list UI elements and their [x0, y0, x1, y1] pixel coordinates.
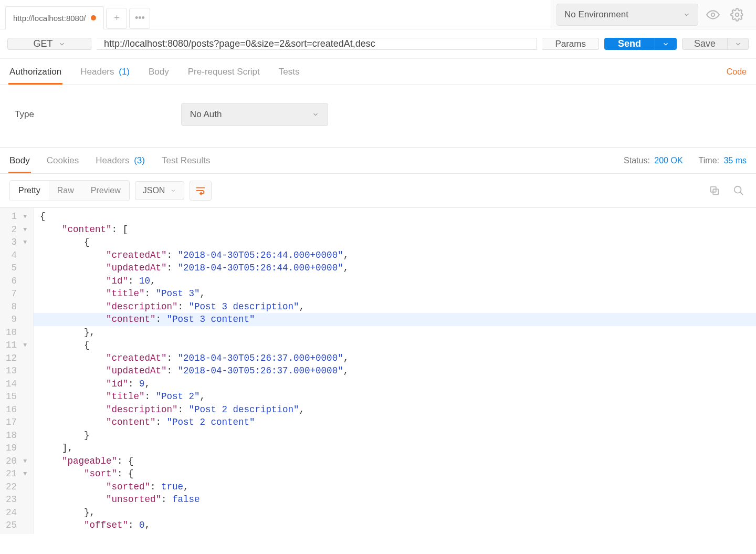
tab-prerequest[interactable]: Pre-request Script [188, 67, 260, 77]
chevron-down-icon [683, 11, 690, 18]
tab-strip: http://localhost:8080/ + ••• [0, 0, 551, 29]
request-tabs: Authorization Headers (1) Body Pre-reque… [0, 59, 756, 85]
auth-panel: Type No Auth [0, 85, 756, 148]
send-group: Send [604, 38, 677, 50]
format-value: JSON [143, 186, 165, 195]
resp-tab-testresults[interactable]: Test Results [162, 155, 211, 166]
chevron-down-icon [312, 111, 319, 118]
status-label: Status: [624, 156, 650, 165]
format-select[interactable]: JSON [135, 181, 185, 200]
auth-type-value: No Auth [190, 109, 222, 120]
view-pretty[interactable]: Pretty [10, 181, 49, 201]
resp-headers-count: (3) [134, 155, 145, 165]
svg-point-1 [736, 13, 739, 16]
tab-body[interactable]: Body [149, 67, 169, 77]
response-tabs: Body Cookies Headers (3) Test Results St… [0, 148, 756, 174]
response-code[interactable]: { "content": [ { "createdAt": "2018-04-3… [34, 208, 756, 534]
send-button[interactable]: Send [604, 38, 655, 50]
tab-authorization[interactable]: Authorization [9, 67, 61, 77]
save-dropdown[interactable] [728, 38, 749, 50]
http-method-value: GET [33, 38, 52, 49]
settings-button[interactable] [728, 5, 747, 24]
send-label: Send [618, 38, 641, 49]
top-bar: http://localhost:8080/ + ••• No Environm… [0, 0, 756, 29]
line-number-gutter: 1 ▾2 ▾3 ▾4 5 6 7 8 9 10 11 ▾12 13 14 15 … [0, 208, 34, 534]
wrap-icon [195, 185, 206, 196]
resp-tab-headers[interactable]: Headers (3) [96, 155, 145, 166]
request-builder: GET Params Send Save [0, 29, 756, 59]
chevron-down-icon [170, 187, 176, 194]
copy-icon [709, 185, 720, 196]
view-preview[interactable]: Preview [82, 181, 129, 201]
search-button[interactable] [731, 183, 747, 198]
view-raw[interactable]: Raw [49, 181, 82, 201]
copy-button[interactable] [707, 183, 722, 198]
gear-icon [730, 8, 744, 22]
auth-type-label: Type [15, 109, 34, 120]
resp-tab-headers-label: Headers [96, 155, 129, 165]
params-button[interactable]: Params [542, 38, 599, 50]
http-method-select[interactable]: GET [7, 38, 91, 50]
save-group: Save [682, 38, 749, 50]
view-mode-segment: Pretty Raw Preview [9, 180, 130, 201]
ellipsis-icon: ••• [135, 13, 145, 24]
chevron-down-icon [662, 40, 669, 48]
wrap-button[interactable] [190, 181, 212, 201]
request-tab-title: http://localhost:8080/ [13, 14, 86, 23]
time-field: Time: 35 ms [699, 156, 747, 165]
tab-tests[interactable]: Tests [279, 67, 300, 77]
quicklook-button[interactable] [704, 5, 722, 24]
status-value: 200 OK [654, 156, 682, 165]
new-tab-button[interactable]: + [106, 8, 127, 29]
params-label: Params [555, 39, 586, 49]
request-tab[interactable]: http://localhost:8080/ [5, 6, 104, 29]
save-label: Save [694, 38, 716, 49]
code-link[interactable]: Code [727, 67, 747, 77]
svg-point-5 [734, 186, 741, 193]
resp-tab-cookies[interactable]: Cookies [47, 155, 79, 166]
environment-value: No Environment [564, 9, 628, 20]
environment-select[interactable]: No Environment [556, 4, 698, 26]
tab-headers-label: Headers [80, 67, 114, 77]
status-field: Status: 200 OK [624, 156, 683, 165]
tab-overflow-button[interactable]: ••• [129, 8, 150, 29]
environment-area: No Environment [551, 0, 756, 29]
response-actions [707, 183, 747, 198]
response-toolbar: Pretty Raw Preview JSON [0, 174, 756, 207]
tab-headers[interactable]: Headers (1) [80, 67, 130, 77]
save-button[interactable]: Save [682, 38, 728, 50]
eye-icon [706, 8, 720, 22]
url-input[interactable] [97, 38, 537, 50]
send-dropdown[interactable] [655, 38, 677, 50]
resp-tab-body[interactable]: Body [9, 155, 30, 166]
chevron-down-icon [58, 40, 66, 48]
response-body-viewer: 1 ▾2 ▾3 ▾4 5 6 7 8 9 10 11 ▾12 13 14 15 … [0, 207, 756, 534]
svg-point-0 [711, 13, 715, 16]
plus-icon: + [114, 13, 120, 24]
chevron-down-icon [734, 40, 742, 48]
unsaved-indicator-icon [91, 15, 96, 20]
response-meta: Status: 200 OK Time: 35 ms [624, 156, 747, 165]
time-value: 35 ms [723, 156, 747, 165]
svg-line-6 [740, 192, 743, 195]
auth-type-select[interactable]: No Auth [181, 103, 328, 126]
time-label: Time: [699, 156, 719, 165]
search-icon [733, 185, 744, 196]
headers-count: (1) [119, 67, 130, 77]
